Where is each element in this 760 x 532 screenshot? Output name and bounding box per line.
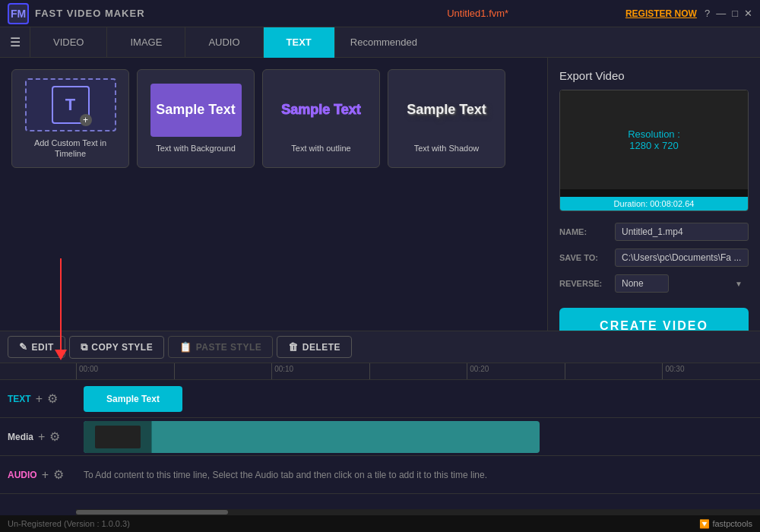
- export-panel: Export Video Resolution : 1280 x 720 Dur…: [547, 58, 760, 331]
- scrollbar-thumb[interactable]: [76, 510, 228, 515]
- nav-tabs: ☰ VIDEO IMAGE AUDIO TEXT Recommended: [0, 27, 760, 58]
- export-reverse-wrapper: None Forward Backward: [615, 274, 749, 293]
- export-preview-inner: Resolution : 1280 x 720: [560, 90, 748, 189]
- media-track-row: Media + ⚙: [0, 418, 760, 456]
- fastpc-branding: 🔽 fastpctools: [699, 519, 752, 529]
- media-track-label: Media + ⚙: [0, 431, 76, 443]
- card-add-custom-label: Add Custom Text in Timeline: [20, 138, 121, 160]
- card-text-shadow-preview: Sample Text: [401, 84, 492, 137]
- media-track-name: Media: [8, 432, 33, 442]
- ruler-mark-4: 00:20: [467, 363, 565, 379]
- card-text-outline-label: Text with outline: [291, 143, 350, 154]
- audio-track-content: To Add content to this time line, Select…: [76, 456, 760, 493]
- card-text-outline-preview: Sample Text: [276, 84, 367, 137]
- app-logo: FM: [8, 3, 29, 24]
- file-name: Untitled1.fvm*: [330, 8, 625, 19]
- text-track-name: TEXT: [8, 394, 31, 404]
- maximize-icon[interactable]: □: [732, 8, 738, 19]
- card-add-custom-preview: T +: [25, 78, 116, 131]
- close-icon[interactable]: ✕: [744, 8, 752, 19]
- logo-text: FM: [11, 8, 26, 20]
- export-name-label: NAME:: [559, 227, 609, 236]
- arrow-line: [60, 258, 62, 350]
- resolution-text: Resolution : 1280 x 720: [628, 128, 680, 151]
- audio-track-add-button[interactable]: +: [42, 469, 49, 481]
- export-name-row: NAME:: [559, 223, 749, 241]
- help-icon[interactable]: ?: [705, 8, 710, 19]
- timeline-toolbar: ✎ EDIT ⧉ COPY STYLE 📋 PASTE STYLE 🗑 DELE…: [0, 331, 760, 363]
- version-text: Un-Registered (Version : 1.0.0.3): [8, 519, 130, 528]
- app-title: FAST VIDEO MAKER: [35, 8, 330, 19]
- media-track-add-button[interactable]: +: [38, 431, 45, 443]
- text-options-panel: T + Add Custom Text in Timeline Sample T…: [0, 58, 547, 331]
- text-track-options-button[interactable]: ⚙: [47, 393, 58, 405]
- export-reverse-select[interactable]: None Forward Backward: [615, 274, 669, 293]
- text-track-row: TEXT + ⚙ Sample Text: [0, 380, 760, 418]
- media-thumbnail: [84, 421, 152, 453]
- minimize-icon[interactable]: —: [716, 8, 726, 19]
- text-clip-label: Sample Text: [106, 394, 160, 404]
- ruler-mark-6: 00:30: [662, 363, 760, 379]
- ruler-mark-3: [369, 363, 467, 379]
- export-preview: Resolution : 1280 x 720 Duration: 00:08:…: [559, 90, 749, 211]
- media-thumb-inner: [95, 426, 141, 448]
- ruler-mark-0: 00:00: [76, 363, 174, 379]
- delete-button[interactable]: 🗑 DELETE: [277, 336, 352, 358]
- card-text-shadow-label: Text with Shadow: [414, 143, 480, 154]
- duration-bar: Duration: 00:08:02.64: [560, 197, 748, 211]
- register-button[interactable]: REGISTER NOW: [625, 8, 697, 19]
- text-track-add-button[interactable]: +: [36, 393, 43, 405]
- tab-audio[interactable]: AUDIO: [185, 27, 263, 58]
- media-track-options-button[interactable]: ⚙: [49, 431, 60, 443]
- shadow-preview-text: Sample Text: [401, 84, 492, 137]
- card-text-outline[interactable]: Sample Text Text with outline: [262, 69, 380, 168]
- window-controls: ? — □ ✕: [705, 8, 752, 19]
- export-save-input[interactable]: [615, 249, 749, 267]
- hamburger-icon: ☰: [10, 35, 21, 49]
- text-track-label: TEXT + ⚙: [0, 393, 76, 405]
- tab-text[interactable]: TEXT: [264, 27, 335, 58]
- arrow-head: [55, 350, 67, 360]
- tab-recommended[interactable]: Recommended: [335, 36, 432, 48]
- ruler-marks: 00:00 00:10 00:20 00:30: [76, 363, 760, 379]
- media-track-content: [76, 418, 760, 455]
- edit-icon: ✎: [19, 341, 28, 353]
- bg-preview-text: Sample Text: [150, 84, 242, 137]
- media-clip[interactable]: [84, 421, 540, 453]
- card-add-custom[interactable]: T + Add Custom Text in Timeline: [11, 69, 129, 168]
- text-clip[interactable]: Sample Text: [84, 386, 182, 412]
- card-text-background-preview: Sample Text: [150, 84, 242, 137]
- timeline-area: ✎ EDIT ⧉ COPY STYLE 📋 PASTE STYLE 🗑 DELE…: [0, 331, 760, 532]
- paste-style-button[interactable]: 📋 PASTE STYLE: [168, 336, 273, 358]
- card-text-shadow[interactable]: Sample Text Text with Shadow: [388, 69, 505, 168]
- tab-video[interactable]: VIDEO: [30, 27, 107, 58]
- card-text-background-label: Text with Background: [156, 143, 236, 154]
- copy-icon: ⧉: [81, 341, 88, 353]
- timeline-ruler: 00:00 00:10 00:20 00:30: [0, 363, 760, 380]
- card-text-background[interactable]: Sample Text Text with Background: [137, 69, 255, 168]
- menu-icon[interactable]: ☰: [0, 27, 30, 58]
- copy-style-button[interactable]: ⧉ COPY STYLE: [69, 336, 164, 359]
- main-content: T + Add Custom Text in Timeline Sample T…: [0, 58, 760, 331]
- ruler-mark-2: 00:10: [271, 363, 369, 379]
- outline-preview-text: Sample Text: [276, 84, 367, 137]
- title-bar: FM FAST VIDEO MAKER Untitled1.fvm* REGIS…: [0, 0, 760, 27]
- export-reverse-row: REVERSE: None Forward Backward: [559, 274, 749, 293]
- ruler-mark-1: [174, 363, 272, 379]
- audio-track-label: AUDIO + ⚙: [0, 469, 76, 481]
- delete-label: DELETE: [302, 342, 340, 353]
- timeline-scrollbar[interactable]: [76, 509, 760, 515]
- text-icon: T +: [52, 86, 90, 124]
- ruler-mark-5: [565, 363, 663, 379]
- copy-label: COPY STYLE: [91, 342, 153, 353]
- export-name-input[interactable]: [615, 223, 749, 241]
- text-track-content: Sample Text: [76, 380, 760, 417]
- tab-image[interactable]: IMAGE: [107, 27, 185, 58]
- paste-label: PASTE STYLE: [196, 342, 262, 353]
- export-save-row: SAVE TO:: [559, 249, 749, 267]
- export-save-label: SAVE TO:: [559, 253, 609, 262]
- audio-track-options-button[interactable]: ⚙: [53, 469, 64, 481]
- status-bar: Un-Registered (Version : 1.0.0.3) 🔽 fast…: [0, 515, 760, 532]
- export-title: Export Video: [559, 69, 749, 82]
- plus-icon: +: [80, 114, 92, 126]
